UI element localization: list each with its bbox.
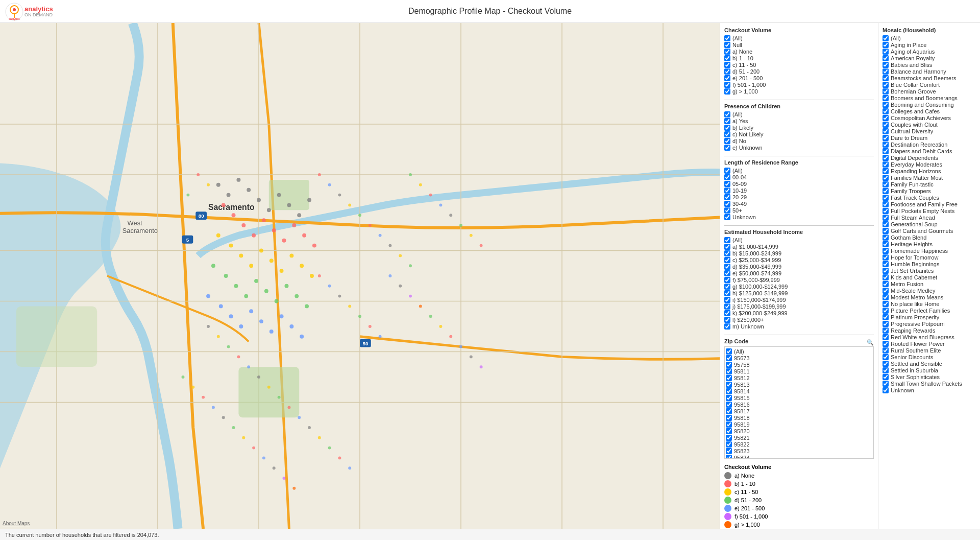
checkbox[interactable] <box>883 294 889 300</box>
checkbox[interactable] <box>726 421 732 428</box>
checkbox[interactable] <box>883 347 889 354</box>
checkbox[interactable] <box>724 270 730 276</box>
checkbox[interactable] <box>883 261 889 267</box>
checkbox[interactable] <box>726 375 732 381</box>
checkbox[interactable] <box>883 35 889 41</box>
checkbox[interactable] <box>883 142 889 148</box>
checkbox[interactable] <box>883 381 889 387</box>
checkbox[interactable] <box>724 237 730 243</box>
checkbox[interactable] <box>724 257 730 263</box>
checkbox[interactable] <box>726 402 732 408</box>
checkbox[interactable] <box>883 201 889 207</box>
checkbox[interactable] <box>724 138 730 144</box>
checkbox[interactable] <box>724 207 730 214</box>
checkbox[interactable] <box>883 301 889 307</box>
checkbox[interactable] <box>883 228 889 234</box>
checkbox[interactable] <box>883 102 889 108</box>
checkbox[interactable] <box>724 310 730 316</box>
checkbox[interactable] <box>883 314 889 320</box>
checkbox[interactable] <box>724 244 730 250</box>
checkbox[interactable] <box>724 62 730 68</box>
checkbox[interactable] <box>883 361 889 367</box>
checkbox[interactable] <box>726 362 732 368</box>
checkbox[interactable] <box>883 115 889 121</box>
checkbox[interactable] <box>883 374 889 380</box>
checkbox[interactable] <box>724 250 730 256</box>
checkbox[interactable] <box>883 234 889 241</box>
checkbox[interactable] <box>883 188 889 194</box>
checkbox[interactable] <box>724 317 730 323</box>
checkbox[interactable] <box>883 181 889 187</box>
checkbox[interactable] <box>724 201 730 207</box>
checkbox[interactable] <box>883 274 889 280</box>
checkbox[interactable] <box>726 355 732 361</box>
checkbox[interactable] <box>724 42 730 48</box>
checkbox[interactable] <box>724 68 730 75</box>
checkbox[interactable] <box>883 327 889 334</box>
checkbox[interactable] <box>724 131 730 137</box>
checkbox[interactable] <box>883 221 889 227</box>
checkbox[interactable] <box>724 297 730 303</box>
checkbox[interactable] <box>724 290 730 296</box>
checkbox[interactable] <box>724 194 730 200</box>
checkbox[interactable] <box>883 95 889 101</box>
checkbox[interactable] <box>883 248 889 254</box>
checkbox[interactable] <box>883 49 889 55</box>
checkbox[interactable] <box>883 367 889 373</box>
checkbox[interactable] <box>883 42 889 48</box>
checkbox[interactable] <box>883 122 889 128</box>
checkbox[interactable] <box>883 321 889 327</box>
checkbox[interactable] <box>883 175 889 181</box>
checkbox[interactable] <box>724 264 730 270</box>
checkbox[interactable] <box>724 214 730 220</box>
checkbox[interactable] <box>883 68 889 75</box>
checkbox[interactable] <box>883 62 889 68</box>
checkbox[interactable] <box>724 323 730 330</box>
checkbox[interactable] <box>724 284 730 290</box>
checkbox[interactable] <box>724 88 730 95</box>
checkbox[interactable] <box>724 111 730 118</box>
checkbox[interactable] <box>726 455 732 459</box>
checkbox[interactable] <box>883 341 889 347</box>
checkbox[interactable] <box>883 55 889 61</box>
checkbox[interactable] <box>724 174 730 180</box>
checkbox[interactable] <box>726 408 732 414</box>
checkbox[interactable] <box>724 82 730 88</box>
checkbox[interactable] <box>883 148 889 154</box>
checkbox[interactable] <box>883 354 889 360</box>
checkbox[interactable] <box>883 215 889 221</box>
checkbox[interactable] <box>883 88 889 95</box>
checkbox[interactable] <box>724 168 730 174</box>
checkbox[interactable] <box>724 55 730 61</box>
checkbox[interactable] <box>883 208 889 214</box>
checkbox[interactable] <box>883 168 889 174</box>
checkbox[interactable] <box>726 435 732 441</box>
checkbox[interactable] <box>724 49 730 55</box>
checkbox[interactable] <box>724 118 730 124</box>
checkbox[interactable] <box>883 387 889 393</box>
zipcode-list[interactable]: (All)95673957589581195812958139581495815… <box>724 346 874 459</box>
checkbox[interactable] <box>724 303 730 310</box>
checkbox[interactable] <box>883 281 889 287</box>
about-maps-link[interactable]: About Maps <box>3 521 30 526</box>
checkbox[interactable] <box>883 288 889 294</box>
checkbox[interactable] <box>883 75 889 81</box>
checkbox[interactable] <box>883 82 889 88</box>
checkbox[interactable] <box>726 395 732 401</box>
checkbox[interactable] <box>883 268 889 274</box>
checkbox[interactable] <box>724 187 730 194</box>
checkbox[interactable] <box>883 108 889 114</box>
checkbox[interactable] <box>883 128 889 134</box>
map-area[interactable]: Sacramento West Sacramento <box>0 23 720 529</box>
checkbox[interactable] <box>883 135 889 141</box>
checkbox[interactable] <box>726 415 732 421</box>
checkbox[interactable] <box>883 195 889 201</box>
checkbox[interactable] <box>883 334 889 340</box>
checkbox[interactable] <box>883 241 889 247</box>
checkbox[interactable] <box>726 388 732 394</box>
checkbox[interactable] <box>724 181 730 187</box>
zipcode-search-icon[interactable]: 🔍 <box>867 339 874 346</box>
checkbox[interactable] <box>883 308 889 314</box>
checkbox[interactable] <box>726 368 732 374</box>
checkbox[interactable] <box>724 125 730 131</box>
